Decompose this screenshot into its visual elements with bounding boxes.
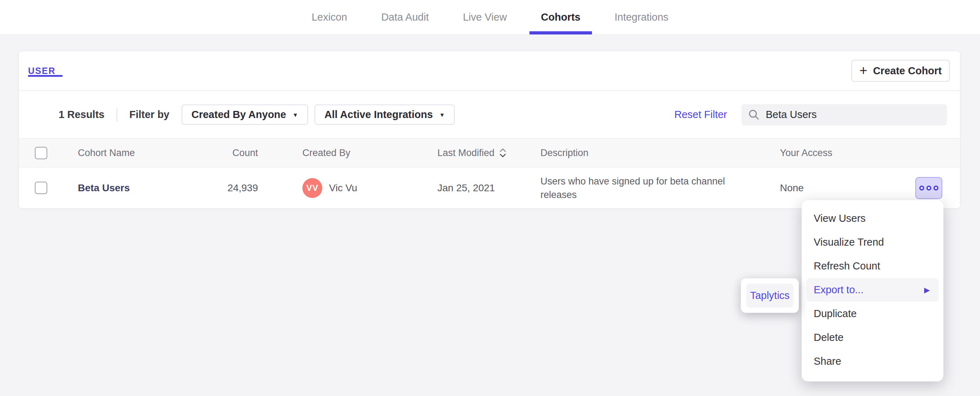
divider [116,109,117,121]
nav-item-label: Data Audit [381,11,429,23]
menu-item-label: Visualize Trend [814,236,884,248]
menu-item-visualize-trend[interactable]: Visualize Trend [807,230,939,254]
row-actions-button[interactable] [915,177,942,199]
menu-item-label: Duplicate [814,308,857,319]
description-text: Users who have signed up for beta channe… [541,174,761,201]
cohort-name-link[interactable]: Beta Users [78,182,130,193]
sort-icon[interactable] [499,147,507,158]
menu-item-label: Delete [814,332,843,343]
search-icon [748,109,760,121]
menu-item-share[interactable]: Share [807,350,939,373]
nav-item-label: Cohorts [541,11,580,23]
menu-item-duplicate[interactable]: Duplicate [807,302,939,326]
creator-name: Vic Vu [329,182,357,194]
nav-item-label: Integrations [615,11,669,23]
header-cell-count: Count [213,147,302,158]
row-cell-description: Users who have signed up for beta channe… [541,174,780,201]
nav-item-live-view[interactable]: Live View [461,0,509,35]
submenu-item-taplytics[interactable]: Taplytics [746,284,794,308]
submenu-arrow-icon: ▶ [924,286,930,294]
row-actions-menu: View Users Visualize Trend Refresh Count… [802,200,943,382]
last-modified-label: Last Modified [438,147,495,158]
row-checkbox[interactable] [35,182,47,194]
submenu-item-label: Taplytics [750,290,789,302]
table-header: Cohort Name Count Created By Last Modifi… [19,138,960,168]
created-by-dropdown[interactable]: Created By Anyone ▼ [181,104,308,125]
header-cell-created-by: Created By [302,147,438,158]
nav-item-integrations[interactable]: Integrations [612,0,671,35]
reset-filter-link[interactable]: Reset Filter [675,109,727,120]
tab-user-label: USER [28,66,56,76]
nav-item-lexicon[interactable]: Lexicon [310,0,349,35]
search-input[interactable] [766,109,940,120]
menu-item-export-to[interactable]: Export to... ▶ [807,278,939,302]
row-cell-count: 24,939 [213,182,302,194]
cohorts-panel: USER + Create Cohort 1 Results Filter by… [19,51,961,209]
menu-item-label: Refresh Count [814,260,880,272]
header-cell-last-modified: Last Modified [438,147,541,158]
nav-item-label: Live View [463,11,507,23]
create-cohort-label: Create Cohort [873,65,942,77]
row-cell-select [19,182,78,194]
integrations-dropdown[interactable]: All Active Integrations ▼ [315,104,455,125]
row-cell-actions [869,177,960,199]
header-cell-description: Description [541,147,780,158]
results-count: 1 Results [59,109,105,120]
chevron-down-icon: ▼ [439,112,445,118]
creator: VV Vic Vu [302,178,357,198]
row-cell-your-access: None [780,182,869,194]
ellipsis-icon [919,185,924,190]
chevron-down-icon: ▼ [293,112,298,118]
row-cell-name: Beta Users [78,182,213,194]
header-cell-your-access: Your Access [780,147,869,158]
nav-item-cohorts[interactable]: Cohorts [539,0,582,35]
menu-item-view-users[interactable]: View Users [807,206,939,230]
search-box [741,104,947,126]
row-cell-last-modified: Jan 25, 2021 [438,182,541,194]
menu-item-label: View Users [814,212,865,224]
export-submenu: Taplytics [741,278,799,313]
avatar: VV [302,178,322,198]
row-cell-created-by: VV Vic Vu [302,178,438,198]
header-cell-select [19,147,78,159]
created-by-dropdown-value: Created By Anyone [191,109,286,120]
nav-item-label: Lexicon [312,11,347,23]
top-navigation: Lexicon Data Audit Live View Cohorts Int… [0,0,980,35]
tab-user[interactable]: USER [28,66,56,76]
ellipsis-icon [926,185,931,190]
nav-item-data-audit[interactable]: Data Audit [379,0,431,35]
panel-tabs-row: USER + Create Cohort [19,51,960,91]
ellipsis-icon [934,185,939,190]
filter-by-label: Filter by [129,109,170,120]
menu-item-delete[interactable]: Delete [807,326,939,350]
header-cell-name: Cohort Name [78,147,213,158]
active-tab-underline [28,75,62,77]
menu-item-label: Export to... [814,284,864,296]
integrations-dropdown-value: All Active Integrations [325,109,433,120]
create-cohort-button[interactable]: + Create Cohort [851,60,950,82]
filter-toolbar: 1 Results Filter by Created By Anyone ▼ … [19,91,960,138]
select-all-checkbox[interactable] [35,147,47,159]
menu-item-refresh-count[interactable]: Refresh Count [807,254,939,278]
plus-icon: + [859,64,867,77]
menu-item-label: Share [814,356,841,367]
